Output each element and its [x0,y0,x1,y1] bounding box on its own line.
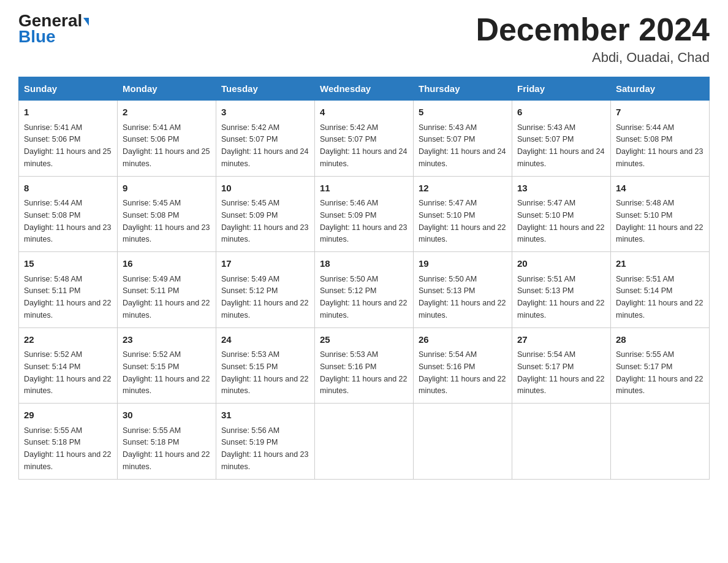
day-number: 24 [221,333,309,347]
day-info: Sunrise: 5:51 AMSunset: 5:14 PMDaylight:… [616,275,703,320]
day-info: Sunrise: 5:52 AMSunset: 5:15 PMDaylight:… [123,350,210,395]
day-info: Sunrise: 5:55 AMSunset: 5:17 PMDaylight:… [616,350,703,395]
calendar-cell: 31Sunrise: 5:56 AMSunset: 5:19 PMDayligh… [216,404,315,480]
calendar-cell: 3Sunrise: 5:42 AMSunset: 5:07 PMDaylight… [216,101,315,177]
calendar-cell: 18Sunrise: 5:50 AMSunset: 5:12 PMDayligh… [315,252,414,328]
calendar-cell [414,404,512,480]
day-info: Sunrise: 5:53 AMSunset: 5:16 PMDaylight:… [320,350,407,395]
calendar-cell: 8Sunrise: 5:44 AMSunset: 5:08 PMDaylight… [19,176,118,252]
day-number: 9 [123,182,211,196]
calendar-cell: 2Sunrise: 5:41 AMSunset: 5:06 PMDaylight… [118,101,216,177]
calendar-cell: 1Sunrise: 5:41 AMSunset: 5:06 PMDaylight… [19,101,118,177]
day-info: Sunrise: 5:41 AMSunset: 5:06 PMDaylight:… [123,123,210,168]
week-row-4: 22Sunrise: 5:52 AMSunset: 5:14 PMDayligh… [19,327,710,404]
day-info: Sunrise: 5:49 AMSunset: 5:12 PMDaylight:… [221,275,308,320]
page-header: General Blue December 2024 Abdi, Ouadai,… [18,12,710,66]
day-number: 17 [221,257,309,271]
day-number: 27 [517,333,605,347]
day-number: 5 [419,105,507,120]
day-info: Sunrise: 5:52 AMSunset: 5:14 PMDaylight:… [24,350,111,395]
calendar-cell: 27Sunrise: 5:54 AMSunset: 5:17 PMDayligh… [512,327,611,404]
calendar-cell: 30Sunrise: 5:55 AMSunset: 5:18 PMDayligh… [118,404,216,480]
day-info: Sunrise: 5:43 AMSunset: 5:07 PMDaylight:… [419,123,506,168]
calendar-cell: 24Sunrise: 5:53 AMSunset: 5:15 PMDayligh… [216,327,315,404]
calendar-cell: 22Sunrise: 5:52 AMSunset: 5:14 PMDayligh… [19,327,118,404]
header-day-saturday: Saturday [611,77,710,101]
day-number: 18 [320,257,408,271]
day-number: 12 [419,182,507,196]
calendar-cell: 5Sunrise: 5:43 AMSunset: 5:07 PMDaylight… [414,101,512,177]
calendar-cell: 12Sunrise: 5:47 AMSunset: 5:10 PMDayligh… [414,176,512,252]
day-info: Sunrise: 5:55 AMSunset: 5:18 PMDaylight:… [24,426,111,471]
header-day-sunday: Sunday [19,77,118,101]
day-number: 8 [24,182,112,196]
calendar-cell: 25Sunrise: 5:53 AMSunset: 5:16 PMDayligh… [315,327,414,404]
day-number: 3 [221,105,309,120]
week-row-1: 1Sunrise: 5:41 AMSunset: 5:06 PMDaylight… [19,101,710,177]
day-info: Sunrise: 5:45 AMSunset: 5:08 PMDaylight:… [123,199,210,243]
day-number: 19 [419,257,507,271]
day-info: Sunrise: 5:47 AMSunset: 5:10 PMDaylight:… [517,199,604,243]
week-row-3: 15Sunrise: 5:48 AMSunset: 5:11 PMDayligh… [19,252,710,328]
day-info: Sunrise: 5:48 AMSunset: 5:11 PMDaylight:… [24,275,111,320]
day-info: Sunrise: 5:51 AMSunset: 5:13 PMDaylight:… [517,275,604,320]
day-number: 22 [24,333,112,347]
day-info: Sunrise: 5:54 AMSunset: 5:16 PMDaylight:… [419,350,506,395]
calendar-cell: 28Sunrise: 5:55 AMSunset: 5:17 PMDayligh… [611,327,710,404]
day-info: Sunrise: 5:50 AMSunset: 5:12 PMDaylight:… [320,275,407,320]
day-info: Sunrise: 5:42 AMSunset: 5:07 PMDaylight:… [320,123,407,168]
day-number: 10 [221,182,309,196]
day-info: Sunrise: 5:44 AMSunset: 5:08 PMDaylight:… [616,123,703,168]
calendar-table: SundayMondayTuesdayWednesdayThursdayFrid… [18,77,710,480]
day-number: 11 [320,182,408,196]
day-info: Sunrise: 5:43 AMSunset: 5:07 PMDaylight:… [517,123,604,168]
day-info: Sunrise: 5:45 AMSunset: 5:09 PMDaylight:… [221,199,308,243]
day-number: 21 [616,257,704,271]
header-day-monday: Monday [118,77,216,101]
calendar-cell: 29Sunrise: 5:55 AMSunset: 5:18 PMDayligh… [19,404,118,480]
day-info: Sunrise: 5:55 AMSunset: 5:18 PMDaylight:… [123,426,210,471]
day-info: Sunrise: 5:44 AMSunset: 5:08 PMDaylight:… [24,199,111,243]
day-number: 29 [24,408,112,423]
calendar-cell: 16Sunrise: 5:49 AMSunset: 5:11 PMDayligh… [118,252,216,328]
calendar-cell: 4Sunrise: 5:42 AMSunset: 5:07 PMDaylight… [315,101,414,177]
day-info: Sunrise: 5:50 AMSunset: 5:13 PMDaylight:… [419,275,506,320]
calendar-cell: 10Sunrise: 5:45 AMSunset: 5:09 PMDayligh… [216,176,315,252]
calendar-header: SundayMondayTuesdayWednesdayThursdayFrid… [19,77,710,101]
calendar-cell: 9Sunrise: 5:45 AMSunset: 5:08 PMDaylight… [118,176,216,252]
calendar-cell: 23Sunrise: 5:52 AMSunset: 5:15 PMDayligh… [118,327,216,404]
logo-text-line2: Blue [18,27,56,47]
calendar-cell: 17Sunrise: 5:49 AMSunset: 5:12 PMDayligh… [216,252,315,328]
calendar-cell: 11Sunrise: 5:46 AMSunset: 5:09 PMDayligh… [315,176,414,252]
calendar-cell [512,404,611,480]
day-info: Sunrise: 5:56 AMSunset: 5:19 PMDaylight:… [221,426,308,471]
day-info: Sunrise: 5:47 AMSunset: 5:10 PMDaylight:… [419,199,506,243]
calendar-cell: 13Sunrise: 5:47 AMSunset: 5:10 PMDayligh… [512,176,611,252]
day-number: 14 [616,182,704,196]
day-number: 25 [320,333,408,347]
day-number: 23 [123,333,211,347]
calendar-cell: 20Sunrise: 5:51 AMSunset: 5:13 PMDayligh… [512,252,611,328]
calendar-cell: 26Sunrise: 5:54 AMSunset: 5:16 PMDayligh… [414,327,512,404]
day-number: 7 [616,105,704,120]
week-row-5: 29Sunrise: 5:55 AMSunset: 5:18 PMDayligh… [19,404,710,480]
day-info: Sunrise: 5:48 AMSunset: 5:10 PMDaylight:… [616,199,703,243]
day-number: 16 [123,257,211,271]
page-subtitle: Abdi, Ouadai, Chad [476,50,710,66]
calendar-cell: 19Sunrise: 5:50 AMSunset: 5:13 PMDayligh… [414,252,512,328]
calendar-body: 1Sunrise: 5:41 AMSunset: 5:06 PMDaylight… [19,101,710,480]
day-info: Sunrise: 5:54 AMSunset: 5:17 PMDaylight:… [517,350,604,395]
calendar-cell [315,404,414,480]
header-day-thursday: Thursday [414,77,512,101]
logo: General Blue [18,12,89,47]
calendar-cell: 6Sunrise: 5:43 AMSunset: 5:07 PMDaylight… [512,101,611,177]
page-title: December 2024 [476,12,710,47]
day-number: 20 [517,257,605,271]
day-info: Sunrise: 5:49 AMSunset: 5:11 PMDaylight:… [123,275,210,320]
header-row: SundayMondayTuesdayWednesdayThursdayFrid… [19,77,710,101]
calendar-cell: 14Sunrise: 5:48 AMSunset: 5:10 PMDayligh… [611,176,710,252]
calendar-cell: 7Sunrise: 5:44 AMSunset: 5:08 PMDaylight… [611,101,710,177]
day-number: 30 [123,408,211,423]
day-info: Sunrise: 5:41 AMSunset: 5:06 PMDaylight:… [24,123,111,168]
day-number: 4 [320,105,408,120]
